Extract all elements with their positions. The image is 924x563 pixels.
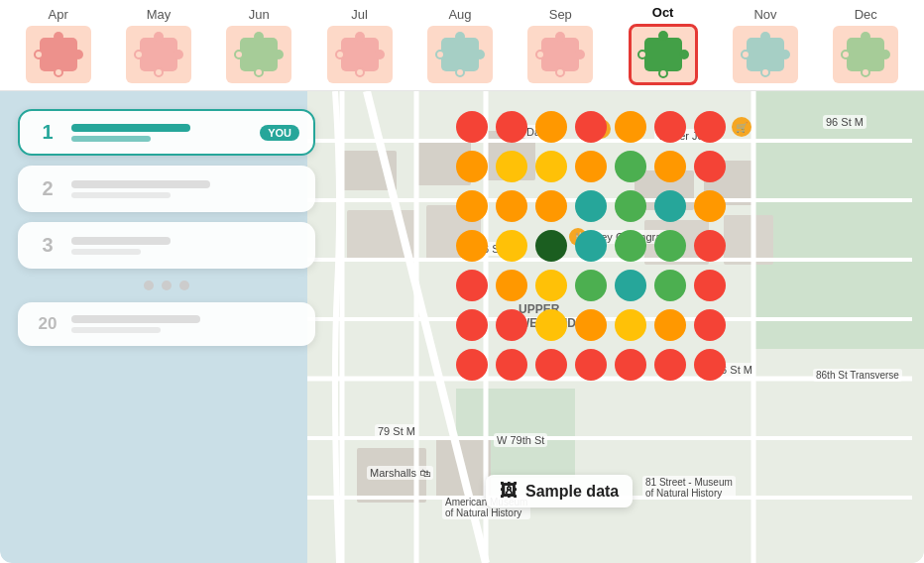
dot-0-3 [575,111,607,143]
dot-2-3 [575,190,607,222]
leaderboard-rank3-card[interactable]: 3 [18,222,315,269]
dot-0-5 [654,111,686,143]
dot-3-0 [456,230,488,262]
dot-4-1 [496,270,527,301]
dot-3-4 [615,230,646,262]
month-apr[interactable]: Apr [26,7,91,83]
dot-6-2 [535,349,567,381]
leaderboard: 1 YOU 2 3 [18,109,315,346]
dot-0-0 [456,111,488,143]
dot-4-2 [535,270,567,301]
pagination-dots [18,281,315,290]
rank2-info [71,180,299,198]
dots-grid [456,111,732,387]
month-thumb-jul [327,26,393,83]
month-thumb-jun [226,26,291,83]
svg-rect-2 [753,91,924,349]
dot-4-6 [694,270,726,301]
dot-0-4 [615,111,646,143]
dot-1-4 [615,151,646,182]
month-jun[interactable]: Jun [226,7,291,83]
rank2-bar-top [71,180,210,188]
dot-4-4 [615,270,646,301]
dot-5-2 [535,309,567,341]
dot-3-3 [575,230,607,262]
dot-2-4 [615,190,646,222]
dot-6-3 [575,349,607,381]
dot-5-3 [575,309,607,341]
dot-2-5 [654,190,686,222]
map-label-79st-m: 79 St M [375,424,418,438]
month-thumb-may [126,26,191,83]
dot-1-6 [694,151,726,182]
sample-data-icon: 🖼 [500,481,518,502]
map-label-86th-transverse: 86th St Transverse [813,369,902,382]
month-jul[interactable]: Jul [327,7,393,83]
map-label-w79st: W 79th St [494,433,547,447]
dot-0-6 [694,111,726,143]
rank1-bar-top [71,124,190,132]
month-nov[interactable]: Nov [733,7,798,83]
dot-5-0 [456,309,488,341]
month-oct[interactable]: Oct [629,5,698,85]
poi-trader-joes: 🛒 [732,117,751,137]
rank1-bar-bottom [71,136,151,142]
dot-3-1 [496,230,527,262]
month-thumb-nov [733,26,798,83]
dot-6-1 [496,349,527,381]
rank3-number: 3 [34,234,61,257]
dot-2-6 [694,190,726,222]
rank20-number: 20 [34,314,61,334]
month-dec[interactable]: Dec [833,7,898,83]
map-label-81st-museum: 81 Street - Museumof Natural History [642,476,736,500]
map-label-marshalls: Marshalls 🛍 [367,466,433,480]
rank20-bar-top [71,315,200,323]
leaderboard-rank20-card[interactable]: 20 [18,302,315,346]
page-dot-2[interactable] [162,281,172,290]
leaderboard-rank2-card[interactable]: 2 [18,166,315,212]
dot-2-1 [496,190,527,222]
rank2-number: 2 [34,177,61,200]
dot-3-6 [694,230,726,262]
page-dot-3[interactable] [179,281,189,290]
dot-6-0 [456,349,488,381]
dot-4-0 [456,270,488,301]
dot-1-5 [654,151,686,182]
dot-5-5 [654,309,686,341]
sample-data-badge: 🖼 Sample data [486,475,633,507]
leaderboard-rank1-card[interactable]: 1 YOU [18,109,315,156]
sample-data-label: Sample data [525,483,619,501]
month-sep[interactable]: Sep [527,7,593,83]
month-thumb-aug [427,26,493,83]
dot-4-3 [575,270,607,301]
dot-5-1 [496,309,527,341]
dot-3-2 [535,230,567,262]
dot-1-2 [535,151,567,182]
rank20-bar-bottom [71,327,161,333]
app-container: Apr May Jun [0,0,924,563]
rank3-bar-top [71,237,171,245]
rank1-number: 1 [34,121,61,144]
dot-4-5 [654,270,686,301]
page-dot-1[interactable] [144,281,154,290]
dot-0-1 [496,111,527,143]
month-thumb-dec [833,26,898,83]
dot-5-4 [615,309,646,341]
rank3-bar-bottom [71,249,141,255]
map-label-96st: 96 St M [823,115,866,129]
you-badge: YOU [260,125,299,141]
month-thumb-oct-active [629,24,698,85]
dot-5-6 [694,309,726,341]
month-strip: Apr May Jun [0,0,924,91]
dot-2-2 [535,190,567,222]
dot-6-4 [615,349,646,381]
dot-1-3 [575,151,607,182]
month-thumb-sep [527,26,593,83]
month-may[interactable]: May [126,7,191,83]
rank2-bar-bottom [71,192,171,198]
dot-1-1 [496,151,527,182]
month-thumb-apr [26,26,91,83]
dot-6-6 [694,349,726,381]
month-aug[interactable]: Aug [427,7,493,83]
rank3-info [71,237,299,255]
